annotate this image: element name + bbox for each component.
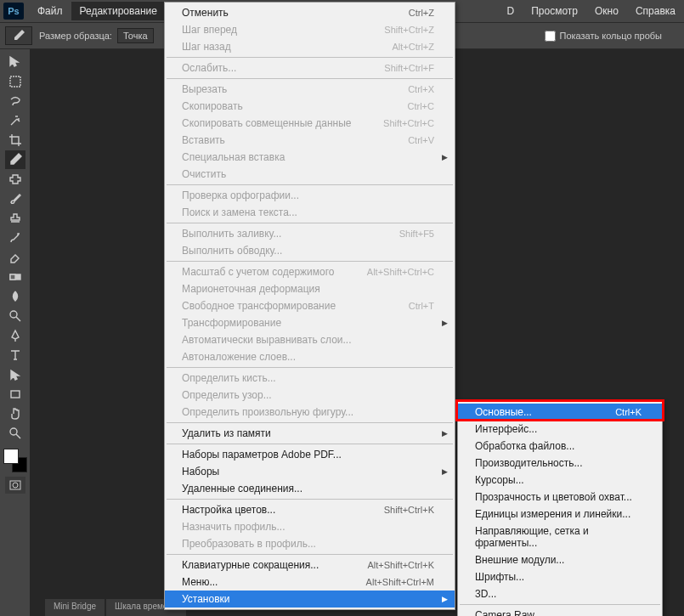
sample-size-label: Размер образца: <box>39 31 112 41</box>
healing-tool[interactable] <box>5 170 25 189</box>
menu-item[interactable]: Наборы параметров Adobe PDF... <box>165 446 455 463</box>
submenu-item[interactable]: Интерфейс... <box>458 421 662 438</box>
zoom-tool[interactable] <box>5 424 25 443</box>
menu-d[interactable]: D <box>499 2 523 20</box>
svg-rect-0 <box>10 76 20 87</box>
submenu-item[interactable]: Обработка файлов... <box>458 438 662 455</box>
hand-tool[interactable] <box>5 404 25 423</box>
show-ring-input[interactable] <box>545 31 556 42</box>
menu-item: Масштаб с учетом содержимогоAlt+Shift+Ct… <box>165 263 455 280</box>
menu-item: Проверка орфографии... <box>165 187 455 204</box>
rect-select-tool[interactable] <box>5 72 25 91</box>
menu-item: Автоматически выравнивать слои... <box>165 331 455 348</box>
show-ring-checkbox[interactable]: Показать кольцо пробы <box>545 31 662 42</box>
menu-item: Свободное трансформированиеCtrl+T <box>165 297 455 314</box>
menu-item: Определить произвольную фигуру... <box>165 404 455 421</box>
history-brush-tool[interactable] <box>5 229 25 247</box>
menu-item[interactable]: Наборы▶ <box>165 463 455 480</box>
preferences-submenu: Основные...Ctrl+KИнтерфейс...Обработка ф… <box>457 401 663 616</box>
svg-point-7 <box>13 483 18 488</box>
menu-file[interactable]: Файл <box>29 2 71 20</box>
menu-help[interactable]: Справка <box>627 2 684 20</box>
tool-preset-picker[interactable] <box>5 26 32 45</box>
menu-item: Назначить профиль... <box>165 518 455 535</box>
menu-item: Шаг впередShift+Ctrl+Z <box>165 21 455 38</box>
submenu-item[interactable]: Внешние модули... <box>458 551 662 568</box>
color-swatch[interactable] <box>3 449 27 472</box>
edit-menu-dropdown: ОтменитьCtrl+ZШаг впередShift+Ctrl+ZШаг … <box>164 2 455 610</box>
submenu-item[interactable]: 3D... <box>458 585 662 602</box>
svg-rect-2 <box>10 274 15 280</box>
menu-item: Автоналожение слоев... <box>165 348 455 365</box>
show-ring-label: Показать кольцо пробы <box>559 31 662 41</box>
menu-item: Шаг назадAlt+Ctrl+Z <box>165 38 455 55</box>
menu-item[interactable]: Удалить из памяти▶ <box>165 425 455 442</box>
submenu-item[interactable]: Camera Raw... <box>458 607 662 616</box>
menu-item[interactable]: Удаленные соединения... <box>165 480 455 497</box>
menu-item: ВставитьCtrl+V <box>165 132 455 149</box>
submenu-item[interactable]: Курсоры... <box>458 472 662 489</box>
lasso-tool[interactable] <box>5 92 25 110</box>
menu-item: Марионеточная деформация <box>165 280 455 297</box>
submenu-item[interactable]: Прозрачность и цветовой охват... <box>458 489 662 506</box>
menu-item: Ослабить...Shift+Ctrl+F <box>165 59 455 76</box>
menu-item: СкопироватьCtrl+C <box>165 98 455 115</box>
blur-tool[interactable] <box>5 287 25 306</box>
menu-item: Определить кисть... <box>165 370 455 387</box>
menu-item: Очистить <box>165 166 455 183</box>
wand-tool[interactable] <box>5 111 25 130</box>
menu-item: Выполнить заливку...Shift+F5 <box>165 225 455 242</box>
quick-mask-toggle[interactable] <box>5 477 25 494</box>
menu-item[interactable]: Клавиатурные сокращения...Alt+Shift+Ctrl… <box>165 557 455 574</box>
menu-item: Трансформирование▶ <box>165 314 455 331</box>
gradient-tool[interactable] <box>5 268 25 286</box>
menu-item[interactable]: Меню...Alt+Shift+Ctrl+M <box>165 574 455 591</box>
sample-size-dropdown[interactable]: Точка <box>117 28 154 43</box>
menu-item: Скопировать совмещенные данныеShift+Ctrl… <box>165 115 455 132</box>
eyedropper-icon <box>12 29 25 42</box>
menu-edit[interactable]: Редактирование <box>71 2 166 20</box>
ps-logo: Ps <box>3 3 24 20</box>
menu-item: Поиск и замена текста... <box>165 204 455 221</box>
move-tool[interactable] <box>5 53 25 71</box>
submenu-item[interactable]: Шрифты... <box>458 568 662 585</box>
stamp-tool[interactable] <box>5 209 25 228</box>
toolbar <box>0 49 30 616</box>
menu-view[interactable]: Просмотр <box>523 2 586 20</box>
eyedropper-tool[interactable] <box>5 150 25 169</box>
menu-window[interactable]: Окно <box>586 2 627 20</box>
menu-item: Выполнить обводку... <box>165 242 455 259</box>
svg-rect-4 <box>11 391 20 398</box>
dodge-tool[interactable] <box>5 307 25 325</box>
menu-item: Определить узор... <box>165 387 455 404</box>
type-tool[interactable] <box>5 346 25 365</box>
menu-item[interactable]: ОтменитьCtrl+Z <box>165 4 455 21</box>
submenu-item[interactable]: Основные...Ctrl+K <box>458 404 662 421</box>
menu-item: Преобразовать в профиль... <box>165 535 455 552</box>
brush-tool[interactable] <box>5 189 25 208</box>
path-select-tool[interactable] <box>5 365 25 384</box>
menu-item[interactable]: Установки▶ <box>165 591 455 608</box>
menu-item[interactable]: Настройка цветов...Shift+Ctrl+K <box>165 501 455 518</box>
submenu-item[interactable]: Производительность... <box>458 455 662 472</box>
menu-item: ВырезатьCtrl+X <box>165 81 455 98</box>
submenu-item[interactable]: Направляющие, сетка и фрагменты... <box>458 523 662 551</box>
rectangle-tool[interactable] <box>5 385 25 404</box>
eraser-tool[interactable] <box>5 248 25 267</box>
menu-item: Специальная вставка▶ <box>165 149 455 166</box>
pen-tool[interactable] <box>5 326 25 345</box>
svg-point-5 <box>10 428 17 435</box>
crop-tool[interactable] <box>5 131 25 150</box>
submenu-item[interactable]: Единицы измерения и линейки... <box>458 506 662 523</box>
tab-minibridge[interactable]: Mini Bridge <box>45 599 105 616</box>
svg-point-3 <box>10 311 17 318</box>
fg-color[interactable] <box>3 449 19 464</box>
